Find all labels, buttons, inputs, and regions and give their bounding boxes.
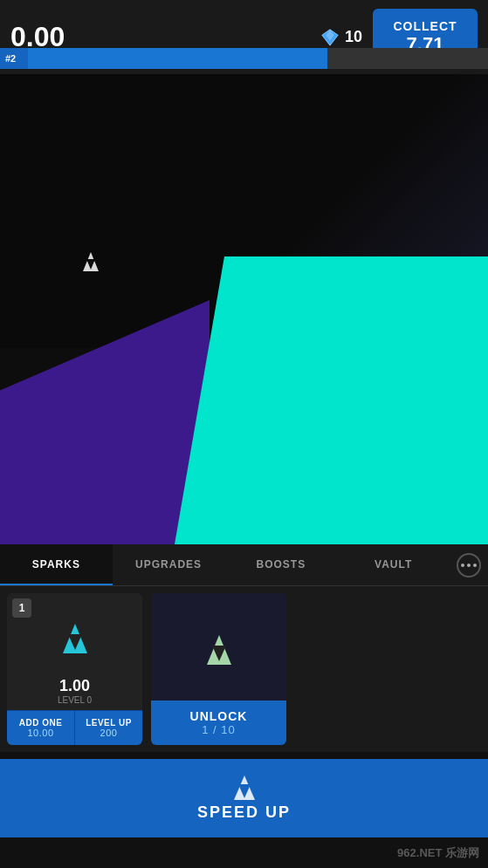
spark-level: LEVEL 0 [58, 695, 92, 705]
unlock-label: UNLOCK [155, 709, 283, 723]
watermark-text: 962.NET 乐游网 [397, 845, 479, 861]
dot [473, 564, 477, 567]
spark-number-badge: 1 [12, 598, 31, 618]
dot [461, 564, 464, 567]
spark-value: 1.00 [59, 677, 90, 695]
tab-boosts[interactable]: BOOSTS [225, 544, 338, 585]
more-icon [457, 553, 481, 578]
gem-icon [320, 28, 340, 47]
unlock-progress: 1 / 10 [155, 723, 283, 736]
game-area [0, 69, 488, 544]
sparks-grid: 1 1.00 LEVEL 0 ADD ONE 10.00 LEVEL UP 20… [0, 586, 488, 752]
spark-arrow-icon [63, 624, 87, 653]
spark-card-unlock: UNLOCK 1 / 10 [151, 593, 286, 745]
cyan-shape [175, 256, 488, 544]
collect-label: COLLECT [393, 19, 457, 33]
tabs-row: SPARKS UPGRADES BOOSTS VAULT [0, 544, 488, 586]
tab-sparks[interactable]: SPARKS [0, 544, 113, 585]
tab-upgrades[interactable]: UPGRADES [113, 544, 225, 585]
level-up-label: LEVEL UP [79, 718, 139, 728]
add-one-button[interactable]: ADD ONE 10.00 [7, 710, 75, 745]
progress-bar-background [28, 48, 488, 69]
rank-badge: #2 [0, 48, 28, 69]
tab-vault[interactable]: VAULT [337, 544, 450, 585]
speed-up-button[interactable]: SPEED UP [0, 759, 488, 837]
unlock-arrow-icon [207, 635, 231, 665]
more-button[interactable] [450, 544, 488, 585]
speed-up-label: SPEED UP [197, 803, 291, 822]
gems-area: 10 [320, 28, 362, 47]
spark-card-1: 1 1.00 LEVEL 0 ADD ONE 10.00 LEVEL UP 20… [7, 593, 142, 745]
player-cursor-icon [83, 252, 99, 271]
speed-arrow-icon [234, 776, 255, 800]
level-up-button[interactable]: LEVEL UP 200 [75, 710, 142, 745]
bottom-bar: 962.NET 乐游网 [0, 837, 488, 868]
unlock-button[interactable]: UNLOCK 1 / 10 [151, 701, 286, 745]
progress-bar-fill [28, 48, 327, 69]
spark-buttons: ADD ONE 10.00 LEVEL UP 200 [7, 710, 142, 745]
add-one-value: 10.00 [10, 728, 71, 738]
progress-row: #2 [0, 48, 488, 69]
dot [467, 564, 471, 567]
level-up-value: 200 [79, 728, 139, 738]
unlock-icon-area [207, 593, 231, 701]
gems-count: 10 [345, 28, 362, 46]
add-one-label: ADD ONE [10, 718, 71, 728]
